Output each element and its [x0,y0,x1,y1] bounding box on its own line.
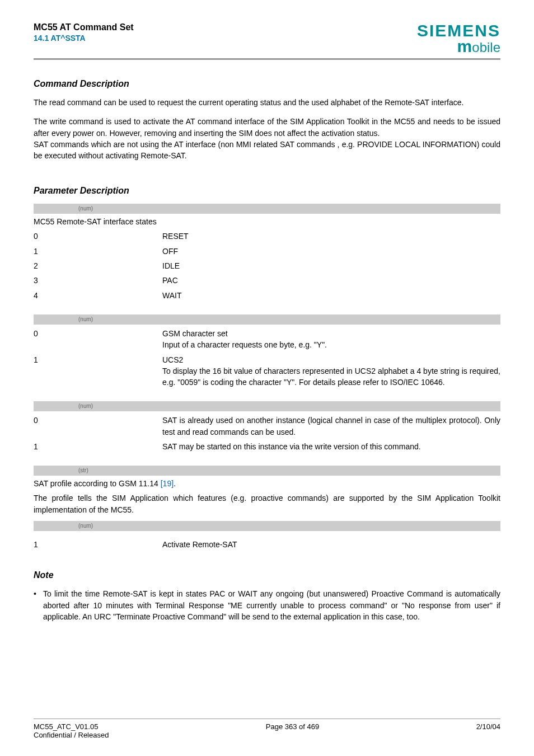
cell-key: 0 [34,328,162,351]
footer-left: MC55_ATC_V01.05 Confidential / Released [34,722,109,739]
cell-val: WAIT [162,290,500,301]
doc-section: 14.1 AT^SSTA [34,34,134,43]
parameter-description-heading: Parameter Description [34,186,500,196]
param-table: 1Activate Remote-SAT [34,539,500,550]
table-row: 3PAC [34,275,500,286]
cell-key: 1 [34,539,162,550]
cell-val: OFF [162,246,500,257]
table-row: 1OFF [34,246,500,257]
cell-key: 4 [34,290,162,301]
table-row: 0RESET [34,231,500,242]
note-heading: Note [34,570,500,580]
note-item: • To limit the time Remote-SAT is kept i… [34,588,500,622]
param-tag: (str) [34,466,500,476]
table-row: 1Activate Remote-SAT [34,539,500,550]
param-label: MC55 Remote-SAT interface states [34,217,500,226]
brand-sub-obile: obile [472,40,500,55]
cell-key: 0 [34,415,162,438]
param-tag: (num) [34,314,500,325]
command-description-heading: Command Description [34,79,500,89]
note-text: To limit the time Remote-SAT is kept in … [43,588,500,622]
footer-left-2: Confidential / Released [34,731,109,739]
cmd-desc-p3: SAT commands which are not using the AT … [34,140,500,160]
table-row: 4WAIT [34,290,500,301]
cell-key: 1 [34,354,162,388]
page-footer: MC55_ATC_V01.05 Confidential / Released … [34,719,500,739]
param-table: 0GSM character set Input of a character … [34,328,500,388]
label-post: . [174,479,176,488]
param-table: 0RESET 1OFF 2IDLE 3PAC 4WAIT [34,231,500,300]
cmd-desc-p2-3: The write command is used to activate th… [34,116,500,161]
cmd-desc-p1: The read command can be used to request … [34,97,500,108]
cell-key: 3 [34,275,162,286]
cell-val: SAT is already used on another instance … [162,415,500,438]
bullet-icon: • [34,588,36,622]
cell-key: 1 [34,441,162,452]
header-right: SIEMENS mobile [417,22,500,55]
brand-subtitle: mobile [417,38,500,55]
table-row: 1SAT may be started on this instance via… [34,441,500,452]
param-tag: (num) [34,401,500,411]
brand-sub-m: m [457,37,472,55]
footer-center: Page 363 of 469 [266,722,319,739]
cell-val: IDLE [162,260,500,271]
cmd-desc-p2: The write command is used to activate th… [34,117,500,137]
cell-val: PAC [162,275,500,286]
param-table: 0SAT is already used on another instance… [34,415,500,452]
cell-val: Activate Remote-SAT [162,539,500,550]
cell-val: RESET [162,231,500,242]
footer-right: 2/10/04 [476,722,500,739]
table-row: 2IDLE [34,260,500,271]
reference-link[interactable]: [19] [161,479,174,488]
header-left: MC55 AT Command Set 14.1 AT^SSTA [34,22,134,43]
param-label-with-link: SAT profile according to GSM 11.14 [19]. [34,479,500,488]
table-row: 1UCS2 To display the 16 bit value of cha… [34,354,500,388]
table-row: 0GSM character set Input of a character … [34,328,500,351]
page-header: MC55 AT Command Set 14.1 AT^SSTA SIEMENS… [34,22,500,60]
cell-key: 1 [34,246,162,257]
cell-val: GSM character set Input of a character r… [162,328,500,351]
cell-key: 2 [34,260,162,271]
cell-key: 0 [34,231,162,242]
label-pre: SAT profile according to GSM 11.14 [34,479,161,488]
cell-val: UCS2 To display the 16 bit value of char… [162,354,500,388]
param-desc-text: The profile tells the SIM Application wh… [34,492,500,515]
param-tag: (num) [34,204,500,214]
param-tag: (num) [34,521,500,531]
table-row: 0SAT is already used on another instance… [34,415,500,438]
note-list: • To limit the time Remote-SAT is kept i… [34,588,500,622]
doc-title: MC55 AT Command Set [34,22,134,32]
cell-val: SAT may be started on this instance via … [162,441,500,452]
footer-left-1: MC55_ATC_V01.05 [34,722,109,731]
